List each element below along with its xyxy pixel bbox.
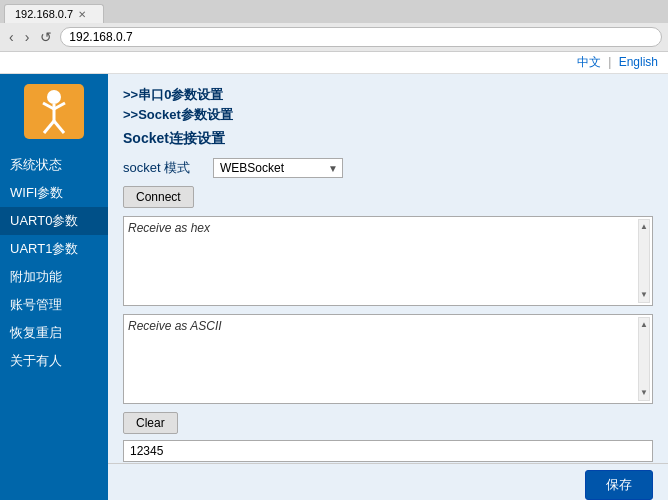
scrollbar-ascii-up-icon[interactable]: ▲ [640, 318, 648, 332]
receive-hex-scrollbar[interactable]: ▲ ▼ [638, 219, 650, 303]
breadcrumb1: >>串口0参数设置 [123, 86, 653, 104]
sidebar-item-about[interactable]: 关于有人 [0, 347, 108, 375]
svg-line-3 [54, 103, 65, 109]
sidebar-item-wifi-params[interactable]: WIFI参数 [0, 179, 108, 207]
connect-button[interactable]: Connect [123, 186, 194, 208]
language-bar: 中文 | English [0, 52, 668, 74]
lang-separator: | [608, 55, 611, 69]
browser-chrome: 192.168.0.7 ✕ ‹ › ↺ [0, 0, 668, 52]
svg-point-0 [47, 90, 61, 104]
section-title: Socket连接设置 [123, 130, 653, 148]
logo-icon [29, 89, 79, 135]
socket-mode-group: socket 模式 WEBSocket TCP Client TCP Serve… [123, 158, 653, 178]
tab-label: 192.168.0.7 [15, 8, 73, 20]
sidebar-item-uart0-params[interactable]: UART0参数 [0, 207, 108, 235]
sidebar-item-restore-restart[interactable]: 恢复重启 [0, 319, 108, 347]
svg-line-4 [44, 121, 54, 133]
sidebar: 系统状态 WIFI参数 UART0参数 UART1参数 附加功能 账号管理 恢复… [0, 74, 108, 500]
svg-line-2 [43, 103, 54, 109]
receive-ascii-scrollbar[interactable]: ▲ ▼ [638, 317, 650, 401]
sidebar-menu: 系统状态 WIFI参数 UART0参数 UART1参数 附加功能 账号管理 恢复… [0, 151, 108, 375]
address-bar: ‹ › ↺ [0, 23, 668, 51]
content-area: >>串口0参数设置 >>Socket参数设置 Socket连接设置 socket… [108, 74, 668, 463]
save-button[interactable]: 保存 [585, 470, 653, 500]
address-input[interactable] [60, 27, 662, 47]
bottom-bar: 保存 [108, 463, 668, 500]
logo [24, 84, 84, 139]
sidebar-item-account-mgmt[interactable]: 账号管理 [0, 291, 108, 319]
svg-line-5 [54, 121, 64, 133]
receive-ascii-box: Receive as ASCII ▲ ▼ [123, 314, 653, 404]
breadcrumb2: >>Socket参数设置 [123, 106, 653, 124]
main-container: 系统状态 WIFI参数 UART0参数 UART1参数 附加功能 账号管理 恢复… [0, 74, 668, 500]
forward-button[interactable]: › [22, 28, 33, 46]
socket-mode-select[interactable]: WEBSocket TCP Client TCP Server UDP [213, 158, 343, 178]
back-button[interactable]: ‹ [6, 28, 17, 46]
sidebar-item-system-status[interactable]: 系统状态 [0, 151, 108, 179]
scrollbar-down-icon[interactable]: ▼ [640, 288, 648, 302]
receive-ascii-label: Receive as ASCII [128, 319, 648, 333]
sidebar-item-uart1-params[interactable]: UART1参数 [0, 235, 108, 263]
chinese-link[interactable]: 中文 [577, 55, 601, 69]
receive-hex-box: Receive as hex ▲ ▼ [123, 216, 653, 306]
scrollbar-up-icon[interactable]: ▲ [640, 220, 648, 234]
scrollbar-ascii-down-icon[interactable]: ▼ [640, 386, 648, 400]
send-input[interactable] [123, 440, 653, 462]
refresh-button[interactable]: ↺ [37, 28, 55, 46]
tab-bar: 192.168.0.7 ✕ [0, 0, 668, 23]
browser-tab[interactable]: 192.168.0.7 ✕ [4, 4, 104, 23]
tab-close-icon[interactable]: ✕ [78, 9, 86, 20]
socket-mode-select-wrapper: WEBSocket TCP Client TCP Server UDP [213, 158, 343, 178]
english-link[interactable]: English [619, 55, 658, 69]
receive-hex-label: Receive as hex [128, 221, 648, 235]
sidebar-item-extra-func[interactable]: 附加功能 [0, 263, 108, 291]
socket-mode-label: socket 模式 [123, 159, 203, 177]
clear-button[interactable]: Clear [123, 412, 178, 434]
